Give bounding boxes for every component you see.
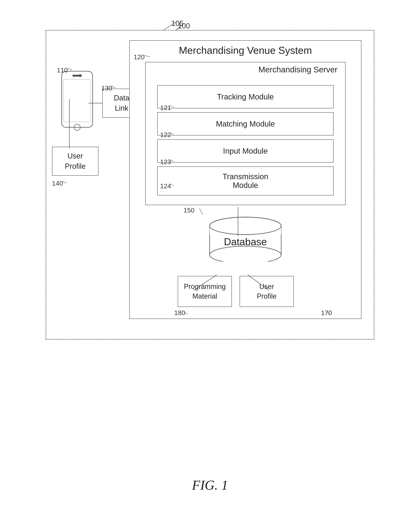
ref-100-label: 100 <box>178 22 190 30</box>
transmission-module-label: Transmission Module <box>223 172 268 190</box>
ref-120-label: 120 <box>134 53 145 61</box>
ref-130-label: 130 <box>101 84 112 92</box>
input-module-box: Input Module <box>157 139 334 162</box>
fig-label: FIG. 1 <box>192 477 228 493</box>
outer-dashed-box: 100 110 <box>46 30 374 340</box>
ref-170-label: 170 <box>321 309 332 317</box>
tracking-module-box: Tracking Module <box>157 85 334 108</box>
ms-title-label: Merchandising Server <box>258 65 338 74</box>
svg-text:Database: Database <box>224 236 267 247</box>
svg-rect-3 <box>72 75 82 77</box>
user-profile-phone-box: User Profile <box>52 147 98 176</box>
phone-svg <box>58 69 97 135</box>
tracking-module-label: Tracking Module <box>217 92 274 101</box>
arrow-100-svg <box>46 22 375 31</box>
ref-124-label: 124 <box>160 182 171 190</box>
ref-121-label: 121 <box>160 104 171 111</box>
database-cylinder-svg: Database <box>209 215 282 262</box>
svg-rect-26 <box>210 226 281 235</box>
user-profile-phone-label: User Profile <box>65 151 86 171</box>
svg-line-21 <box>199 208 203 215</box>
programming-material-label: Programming Material <box>184 282 226 301</box>
matching-module-label: Matching Module <box>216 120 275 128</box>
page-container: 105 100 <box>0 0 420 520</box>
data-link-label: Data Link <box>114 93 129 113</box>
input-module-label: Input Module <box>223 147 268 155</box>
arrow-105-svg <box>36 19 384 31</box>
ref-150-label: 150 <box>184 206 195 214</box>
mvs-title-label: Merchandising Venue System <box>130 45 361 56</box>
matching-module-box: Matching Module <box>157 112 334 136</box>
ref-123-label: 123 <box>160 158 171 166</box>
phone-container <box>58 69 97 136</box>
database-container: 150 <box>209 215 282 262</box>
programming-material-box: Programming Material <box>178 276 232 307</box>
mvs-outer-box: Merchandising Venue System 120 Merchandi… <box>129 40 361 319</box>
svg-point-24 <box>210 246 281 262</box>
transmission-module-box: Transmission Module <box>157 166 334 195</box>
ref-122-label: 122 <box>160 131 171 138</box>
svg-rect-5 <box>64 79 91 122</box>
ref-140-label: 140 <box>52 180 63 187</box>
merchandising-server-box: Merchandising Server 121 122 123 124 <box>145 62 345 205</box>
ref-180-label: 180 <box>174 309 185 317</box>
svg-line-8 <box>63 182 67 183</box>
ref-110-label: 110 <box>57 66 68 74</box>
sub-db-row: Programming Material User Profile <box>178 276 313 307</box>
user-profile-db-box: User Profile <box>240 276 294 307</box>
user-profile-db-label: User Profile <box>257 282 277 301</box>
